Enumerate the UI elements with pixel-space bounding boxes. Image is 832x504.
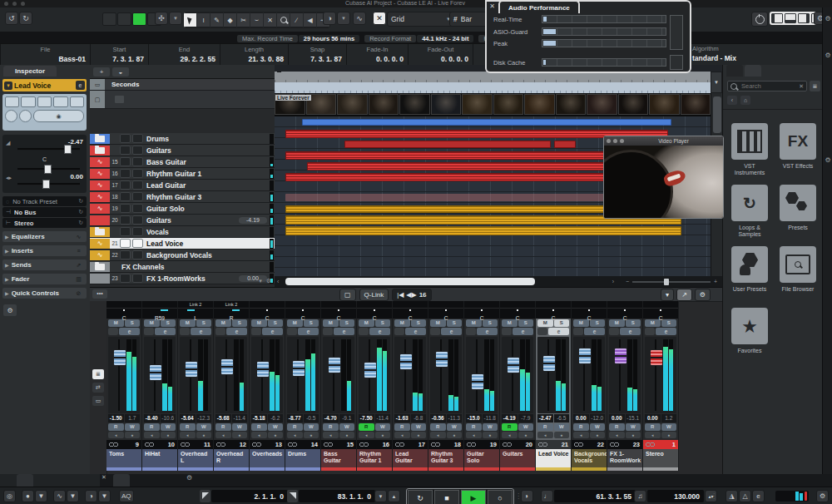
inspector-tab[interactable]: Inspector	[3, 66, 57, 77]
peak-value[interactable]: -12.3	[196, 414, 212, 422]
write-automation-button[interactable]: W	[339, 423, 355, 431]
solo-button[interactable]: S	[590, 319, 606, 327]
inspector-volume-row[interactable]: ◢ -2.47	[6, 138, 83, 156]
read-automation-button[interactable]: R	[573, 423, 589, 431]
record-enable-button[interactable]	[5, 110, 17, 122]
record-enable-button[interactable]: ●	[339, 432, 355, 438]
metronome-setup-icon[interactable]: e	[752, 490, 765, 502]
channel-strip[interactable]: C M S e -8.77	[285, 301, 321, 471]
audio-event-clip[interactable]	[302, 119, 671, 126]
lower-zone-toggle[interactable]	[785, 13, 796, 23]
media-tile-icon[interactable]: ↻	[731, 185, 768, 221]
fader-handle[interactable]	[542, 355, 556, 372]
volume-value[interactable]: 0.00	[573, 414, 589, 422]
lower-zone-tab[interactable]	[146, 474, 163, 487]
solo-button[interactable]	[132, 204, 143, 213]
listen-button[interactable]	[573, 328, 583, 335]
inspector-section[interactable]: ▶ Inserts ≡	[2, 245, 87, 256]
listen-button[interactable]	[323, 328, 333, 335]
video-thumbnail[interactable]	[493, 94, 524, 115]
clip-indicator[interactable]	[805, 492, 807, 501]
channel-strip[interactable]: C M S e -2.47	[536, 301, 572, 471]
listen-button[interactable]	[359, 328, 369, 335]
monitor-button[interactable]: ◂	[359, 432, 374, 438]
channel-strip[interactable]: C M S e 0.00	[572, 301, 607, 471]
peak-value[interactable]: -10.6	[161, 414, 176, 422]
monitor-button[interactable]	[19, 110, 32, 122]
show-meterbridge-button[interactable]: ▭	[92, 396, 104, 406]
audio-event-clip[interactable]	[285, 226, 681, 235]
tool-button[interactable]: ◆	[224, 12, 236, 27]
ruler-track-row[interactable]: ▭ Seconds	[90, 79, 275, 91]
redo-button[interactable]: ↻	[19, 12, 32, 25]
volume-value[interactable]: -4.19	[502, 414, 518, 422]
undo-button[interactable]: ↺	[5, 12, 18, 25]
pan-control[interactable]: C	[428, 309, 463, 319]
tool-button[interactable]: ⌣	[250, 12, 263, 27]
listen-button[interactable]	[144, 328, 154, 335]
track-control-button[interactable]	[70, 96, 84, 107]
right-zone-toggle[interactable]	[798, 13, 810, 23]
channel-name[interactable]: Lead Voice	[536, 449, 571, 471]
track-control-button[interactable]	[5, 96, 19, 107]
lower-zone-setup-gear-icon[interactable]: ⚙	[186, 474, 192, 487]
solo-button[interactable]: S	[304, 319, 319, 327]
track-row[interactable]: ∿≡FX 15 Bass Guitar	[90, 156, 275, 168]
left-zone-toggle[interactable]	[771, 13, 783, 23]
channel-name[interactable]: Rhythm Guitar 1	[357, 449, 392, 471]
home-icon[interactable]: ⌂	[740, 96, 750, 105]
audio-event-clip[interactable]	[344, 141, 551, 148]
tool-button[interactable]	[277, 12, 290, 27]
right-locator[interactable]: 83. 1. 1. 0	[287, 490, 375, 502]
edit-channel-button[interactable]: e	[262, 328, 283, 335]
media-tile[interactable]: VST Instruments	[730, 123, 770, 176]
pan-control[interactable]: C	[321, 309, 356, 319]
snap-type-select[interactable]: Grid ▼	[387, 12, 455, 27]
edit-channel-button[interactable]: e	[119, 328, 140, 335]
record-enable-button[interactable]: ●	[661, 432, 677, 438]
pan-control[interactable]: C	[250, 309, 285, 319]
record-enable-button[interactable]: ●	[411, 432, 427, 438]
listen-button[interactable]	[537, 328, 547, 335]
channel-strip[interactable]: C M S e 0.00	[643, 301, 679, 471]
inspector-setup-gear-icon[interactable]: ⚙	[3, 304, 17, 316]
inspector-delay-row[interactable]: ◂▸ 0.00	[6, 173, 83, 191]
video-thumbnail[interactable]	[681, 94, 711, 115]
pan-control[interactable]: L	[178, 309, 213, 319]
zoom-in-icon[interactable]: +	[714, 279, 717, 284]
mute-button[interactable]	[120, 180, 131, 190]
record-enable-button[interactable]: ●	[483, 432, 498, 438]
clear-search-icon[interactable]: ✕	[799, 83, 804, 90]
video-thumbnail[interactable]	[556, 94, 587, 115]
monitor-button[interactable]: ◂	[108, 432, 124, 438]
video-player-titlebar[interactable]: Video Player	[604, 136, 723, 146]
media-tile-icon[interactable]	[780, 185, 816, 221]
right-zone-tab[interactable]	[726, 65, 743, 77]
volume-value[interactable]: 0.00	[609, 414, 625, 422]
stop-button[interactable]: ■	[434, 490, 459, 504]
write-automation-button[interactable]: W	[590, 423, 606, 431]
mixconsole-menu-icon[interactable]: •••	[92, 289, 107, 299]
section-badge-icon[interactable]: ▥	[73, 274, 84, 284]
maximize-window-dot[interactable]	[21, 2, 25, 6]
horizontal-scroll-thumb[interactable]	[285, 278, 535, 285]
track-control-button[interactable]	[37, 96, 52, 107]
autoscroll-icon[interactable]: ∿	[353, 12, 366, 25]
record-enable-button[interactable]: ●	[518, 432, 534, 438]
studio-performance-button[interactable]	[751, 12, 768, 27]
read-automation-button[interactable]: R	[394, 423, 410, 431]
read-automation-button[interactable]: R	[537, 423, 553, 431]
peak-value[interactable]: -6.8	[411, 414, 427, 422]
channel-strip[interactable]: C M S e -1.63	[393, 301, 428, 471]
record-enable-button[interactable]: ●	[447, 432, 463, 438]
channel-name[interactable]: Overhead L	[178, 449, 213, 471]
media-tile[interactable]: Presets	[778, 185, 818, 238]
mute-button[interactable]	[120, 215, 131, 225]
peak-value[interactable]: -7.9	[518, 414, 534, 422]
routing-menu-icon[interactable]: ↻	[78, 198, 83, 205]
video-thumbnail[interactable]	[587, 94, 617, 115]
edit-channel-button[interactable]: e	[191, 328, 211, 335]
info-field[interactable]: Start 7. 3. 1. 87	[90, 44, 148, 66]
solo-button[interactable]: S	[196, 319, 212, 327]
write-automation-button[interactable]: W	[161, 423, 176, 431]
